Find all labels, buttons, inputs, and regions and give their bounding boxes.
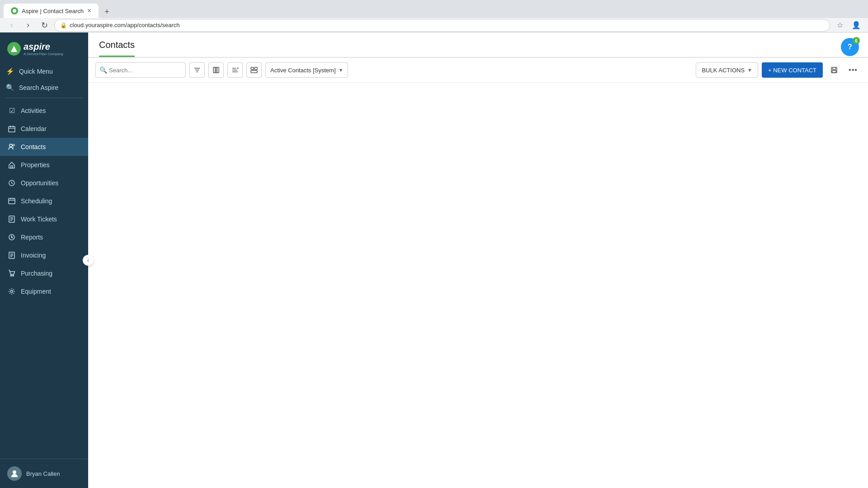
sidebar-item-equipment[interactable]: Equipment [0,282,88,300]
page-title[interactable]: Contacts [99,40,135,57]
dropdown-arrow-icon: ▼ [339,67,344,73]
properties-icon [7,160,16,169]
help-badge-label: ? [848,43,852,51]
quick-menu-label: Quick Menu [19,68,53,75]
bulk-actions-button[interactable]: BULK ACTIONS ▼ [696,62,758,78]
browser-chrome: Aspire | Contact Search × + ‹ › ↻ 🔒 clou… [0,0,868,33]
browser-tabs: Aspire | Contact Search × + [0,0,868,18]
opportunities-label: Opportunities [21,179,58,187]
profile-btn[interactable]: 👤 [850,19,863,32]
help-badge-button[interactable]: 6 ? [841,38,859,56]
view-dropdown[interactable]: Active Contacts [System] ▼ [265,62,348,78]
search-aspire-label: Search Aspire [19,84,58,91]
bulk-actions-arrow-icon: ▼ [747,67,752,73]
sidebar-collapse-button[interactable]: ‹ [83,255,94,266]
search-aspire-icon: 🔍 [5,83,14,92]
svg-point-5 [13,144,14,146]
save-view-button[interactable] [826,62,842,78]
browser-toolbar: ‹ › ↻ 🔒 cloud.youraspire.com/app/contact… [0,18,868,33]
app-container: aspire A ServiceTitan Company ⚡ Quick Me… [0,33,868,488]
address-text: cloud.youraspire.com/app/contacts/search [70,22,180,28]
contacts-label: Contacts [21,143,46,150]
reports-label: Reports [21,234,43,241]
sidebar-item-reports[interactable]: Reports [0,228,88,246]
scheduling-icon [7,197,16,206]
svg-rect-8 [9,198,15,204]
logo-icon [7,42,21,56]
content-area [88,83,868,488]
sidebar-item-invoicing[interactable]: Invoicing [0,246,88,264]
sidebar-item-calendar[interactable]: Calendar [0,120,88,138]
sidebar-item-activities[interactable]: ☑ Activities [0,102,88,120]
search-box[interactable]: 🔍 [95,62,186,78]
sidebar-item-contacts[interactable]: Contacts [0,138,88,156]
more-options-button[interactable]: ••• [845,62,861,78]
calendar-icon [7,124,16,133]
page-header: Contacts [88,33,868,58]
content-toolbar: 🔍 [88,58,868,83]
equipment-label: Equipment [21,288,51,295]
sidebar-item-work-tickets[interactable]: Work Tickets [0,210,88,228]
svg-rect-30 [216,67,217,73]
sort-button[interactable] [227,62,243,78]
svg-rect-39 [832,70,836,73]
columns-button[interactable] [208,62,224,78]
sidebar-divider [5,98,83,98]
sidebar-item-quick-menu[interactable]: ⚡ Quick Menu [0,63,88,80]
svg-rect-0 [9,127,15,132]
tab-favicon [11,7,18,14]
opportunities-icon [7,178,16,188]
user-name: Bryan Callen [26,470,60,477]
search-input[interactable] [109,67,181,74]
browser-toolbar-actions: ☆ 👤 [834,19,863,32]
svg-point-25 [13,470,16,474]
scheduling-label: Scheduling [21,197,52,205]
logo-tagline: A ServiceTitan Company [24,52,63,56]
tab-close-btn[interactable]: × [87,7,91,15]
group-button[interactable] [246,62,262,78]
browser-tab-active[interactable]: Aspire | Contact Search × [4,4,99,18]
user-avatar [7,466,22,481]
help-notification-count: 6 [853,37,860,44]
properties-label: Properties [21,161,50,169]
purchasing-icon [7,269,16,278]
svg-point-4 [9,144,12,147]
tab-title: Aspire | Contact Search [22,8,84,14]
sidebar-item-properties[interactable]: Properties [0,156,88,174]
address-bar[interactable]: 🔒 cloud.youraspire.com/app/contacts/sear… [54,19,830,32]
sidebar-item-search-aspire[interactable]: 🔍 Search Aspire [0,80,88,96]
sidebar-item-purchasing[interactable]: Purchasing [0,264,88,282]
filter-button[interactable] [189,62,205,78]
sidebar-nav: ☑ Activities Calendar [0,102,88,459]
svg-point-22 [10,275,11,276]
back-button[interactable]: ‹ [5,19,18,32]
address-lock-icon: 🔒 [60,22,67,28]
activities-icon: ☑ [7,106,16,115]
bookmark-btn[interactable]: ☆ [834,19,846,32]
equipment-icon [7,287,16,296]
sidebar-footer: Bryan Callen [0,459,88,488]
search-icon: 🔍 [99,66,107,74]
work-tickets-icon [7,215,16,224]
invoicing-label: Invoicing [21,252,46,259]
sidebar-logo: aspire A ServiceTitan Company [0,33,88,63]
quick-menu-icon: ⚡ [5,67,14,76]
main-content: Contacts 🔍 [88,33,868,488]
refresh-button[interactable]: ↻ [38,19,51,32]
new-contact-button[interactable]: + NEW CONTACT [762,62,823,78]
forward-button[interactable]: › [22,19,34,32]
svg-rect-37 [251,70,257,73]
purchasing-label: Purchasing [21,270,52,277]
new-tab-button[interactable]: + [100,5,113,18]
logo-text: aspire [24,42,63,52]
svg-point-23 [13,275,14,276]
invoicing-icon [7,251,16,260]
calendar-label: Calendar [21,125,47,132]
sidebar: aspire A ServiceTitan Company ⚡ Quick Me… [0,33,88,488]
svg-rect-31 [217,67,219,73]
svg-rect-36 [255,67,257,70]
svg-point-17 [11,237,12,238]
activities-label: Activities [21,107,46,114]
sidebar-item-opportunities[interactable]: Opportunities [0,174,88,192]
sidebar-item-scheduling[interactable]: Scheduling [0,192,88,210]
